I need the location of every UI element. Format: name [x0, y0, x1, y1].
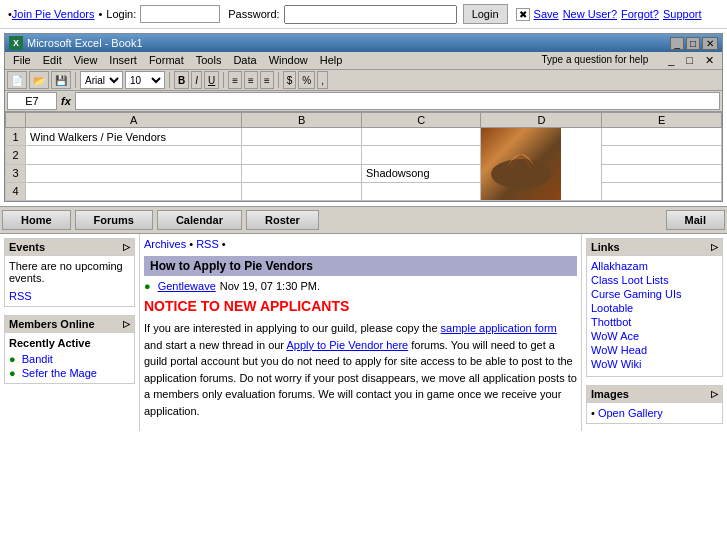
cell-c3[interactable]: Shadowsong	[361, 164, 481, 182]
links-expand-icon[interactable]: ▷	[711, 242, 718, 252]
wow-wiki-link[interactable]: WoW Wiki	[591, 358, 642, 370]
save-link[interactable]: Save	[534, 8, 559, 20]
open-gallery-link[interactable]: Open Gallery	[598, 407, 663, 419]
toolbar-open[interactable]: 📂	[29, 71, 49, 89]
percent-btn[interactable]: %	[298, 71, 315, 89]
rss-link[interactable]: RSS	[196, 238, 219, 250]
menu-help[interactable]: Help	[314, 53, 349, 68]
new-user-link[interactable]: New User?	[563, 8, 617, 20]
col-header-a[interactable]: A	[26, 113, 242, 128]
col-header-e[interactable]: E	[602, 113, 722, 128]
cell-e1[interactable]	[602, 128, 722, 146]
underline-button[interactable]: U	[204, 71, 219, 89]
join-pie-vendors-link[interactable]: Join Pie Vendors	[12, 8, 95, 20]
support-link[interactable]: Support	[663, 8, 702, 20]
sefer-link[interactable]: Sefer the Mage	[22, 367, 97, 379]
toolbar-save[interactable]: 💾	[51, 71, 71, 89]
cell-c1[interactable]	[361, 128, 481, 146]
class-loot-link[interactable]: Class Loot Lists	[591, 274, 669, 286]
cell-d1[interactable]	[481, 128, 602, 201]
author-link[interactable]: Gentlewave	[158, 280, 216, 292]
cell-e2[interactable]	[602, 146, 722, 164]
nav-mail[interactable]: Mail	[666, 210, 725, 230]
members-expand-icon[interactable]: ▷	[123, 319, 130, 329]
size-select[interactable]: 10	[125, 71, 165, 89]
thottbot-link[interactable]: Thottbot	[591, 316, 631, 328]
close-button[interactable]: ✕	[702, 37, 718, 50]
menu-view[interactable]: View	[68, 53, 104, 68]
restore-app-btn[interactable]: □	[680, 53, 699, 68]
cell-b2[interactable]	[242, 146, 362, 164]
col-header-c[interactable]: C	[361, 113, 481, 128]
sep4	[278, 72, 279, 88]
cell-b1[interactable]	[242, 128, 362, 146]
col-header-b[interactable]: B	[242, 113, 362, 128]
menu-insert[interactable]: Insert	[103, 53, 143, 68]
center-column: Archives • RSS • How to Apply to Pie Ven…	[140, 234, 582, 431]
close-app-btn[interactable]: ✕	[699, 53, 720, 68]
nav-calendar[interactable]: Calendar	[157, 210, 242, 230]
events-expand-icon[interactable]: ▷	[123, 242, 130, 252]
lootable-link[interactable]: Lootable	[591, 302, 633, 314]
nav-roster[interactable]: Roster	[246, 210, 319, 230]
images-expand-icon[interactable]: ▷	[711, 389, 718, 399]
apply-here-link[interactable]: Apply to Pie Vendor here	[286, 339, 408, 351]
col-header-d[interactable]: D	[481, 113, 602, 128]
events-section: Events ▷ There are no upcoming events. R…	[4, 238, 135, 307]
cell-b3[interactable]	[242, 164, 362, 182]
comma-btn[interactable]: ,	[317, 71, 328, 89]
cell-e4[interactable]	[602, 182, 722, 200]
nav-home[interactable]: Home	[2, 210, 71, 230]
events-title: Events ▷	[5, 239, 134, 256]
menu-edit[interactable]: Edit	[37, 53, 68, 68]
sep3	[223, 72, 224, 88]
cell-c4[interactable]	[361, 182, 481, 200]
fx-label: fx	[61, 95, 71, 107]
events-content: There are no upcoming events. RSS	[5, 256, 134, 306]
login-button[interactable]: Login	[463, 4, 508, 24]
allakhazam-link[interactable]: Allakhazam	[591, 260, 648, 272]
archives-link[interactable]: Archives	[144, 238, 186, 250]
align-left[interactable]: ≡	[228, 71, 242, 89]
cell-c2[interactable]	[361, 146, 481, 164]
formula-input[interactable]	[75, 92, 720, 110]
password-input[interactable]	[284, 5, 457, 24]
body-text-1: If you are interested in applying to our…	[144, 322, 441, 334]
member-sefer: ● Sefer the Mage	[9, 367, 130, 379]
notice-title: NOTICE TO NEW APPLICANTS	[144, 298, 577, 314]
menu-file[interactable]: File	[7, 53, 37, 68]
cell-a2[interactable]	[26, 146, 242, 164]
currency-btn[interactable]: $	[283, 71, 297, 89]
sample-form-link[interactable]: sample application form	[441, 322, 557, 334]
bold-button[interactable]: B	[174, 71, 189, 89]
min-app-btn[interactable]: _	[662, 53, 680, 68]
login-input[interactable]	[140, 5, 220, 23]
list-item: Curse Gaming UIs	[591, 288, 718, 300]
menu-window[interactable]: Window	[263, 53, 314, 68]
cell-a4[interactable]	[26, 182, 242, 200]
menu-format[interactable]: Format	[143, 53, 190, 68]
menu-tools[interactable]: Tools	[190, 53, 228, 68]
cell-reference[interactable]	[7, 92, 57, 110]
cell-b4[interactable]	[242, 182, 362, 200]
align-right[interactable]: ≡	[260, 71, 274, 89]
align-center[interactable]: ≡	[244, 71, 258, 89]
italic-button[interactable]: I	[191, 71, 202, 89]
nav-forums[interactable]: Forums	[75, 210, 153, 230]
cell-a1[interactable]: Wind Walkers / Pie Vendors	[26, 128, 242, 146]
wow-ace-link[interactable]: WoW Ace	[591, 330, 639, 342]
maximize-button[interactable]: □	[686, 37, 700, 50]
curse-gaming-link[interactable]: Curse Gaming UIs	[591, 288, 681, 300]
font-select[interactable]: Arial	[80, 71, 123, 89]
menu-data[interactable]: Data	[227, 53, 262, 68]
forgot-link[interactable]: Forgot?	[621, 8, 659, 20]
minimize-button[interactable]: _	[670, 37, 684, 50]
bandit-link[interactable]: Bandit	[22, 353, 53, 365]
excel-grid: A B C D E 1 Wind Walkers / Pie Vendors	[5, 112, 722, 201]
events-rss-link[interactable]: RSS	[9, 290, 32, 302]
excel-title: Microsoft Excel - Book1	[27, 37, 143, 49]
cell-a3[interactable]	[26, 164, 242, 182]
toolbar-new[interactable]: 📄	[7, 71, 27, 89]
wow-head-link[interactable]: WoW Head	[591, 344, 647, 356]
cell-e3[interactable]	[602, 164, 722, 182]
